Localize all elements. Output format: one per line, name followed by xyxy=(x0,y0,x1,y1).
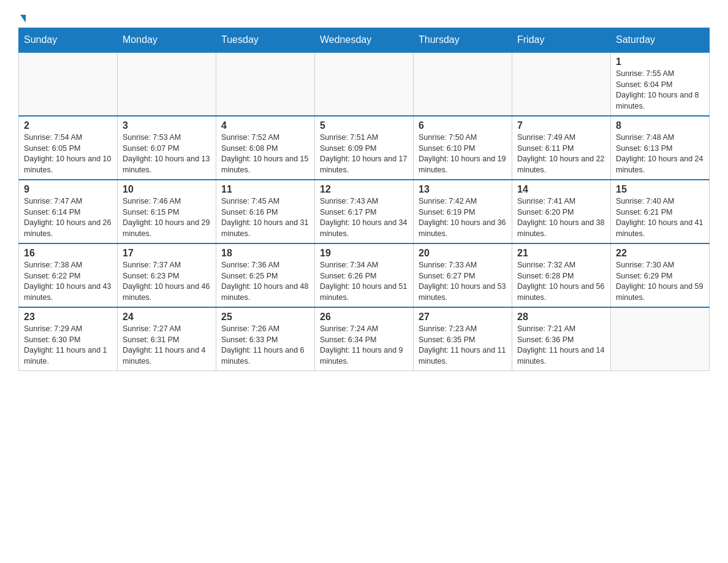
sunrise-label: Sunrise: 7:51 AM xyxy=(320,133,378,142)
calendar-table: SundayMondayTuesdayWednesdayThursdayFrid… xyxy=(18,28,710,371)
day-number: 2 xyxy=(24,120,112,131)
day-number: 26 xyxy=(320,312,408,323)
day-number: 21 xyxy=(517,248,605,259)
day-number: 7 xyxy=(517,120,605,131)
day-info: Sunrise: 7:21 AM Sunset: 6:36 PM Dayligh… xyxy=(517,324,605,367)
sunset-label: Sunset: 6:28 PM xyxy=(517,272,574,280)
sunset-label: Sunset: 6:15 PM xyxy=(123,208,179,216)
sunset-label: Sunset: 6:20 PM xyxy=(517,208,574,216)
sunrise-label: Sunrise: 7:21 AM xyxy=(517,324,575,333)
sunset-label: Sunset: 6:25 PM xyxy=(221,272,278,280)
calendar-day-cell xyxy=(216,52,315,116)
day-of-week-header: Friday xyxy=(512,28,611,53)
calendar-week-row: 1 Sunrise: 7:55 AM Sunset: 6:04 PM Dayli… xyxy=(19,52,710,116)
sunrise-label: Sunrise: 7:54 AM xyxy=(24,133,82,142)
day-info: Sunrise: 7:42 AM Sunset: 6:19 PM Dayligh… xyxy=(419,196,507,239)
day-info: Sunrise: 7:43 AM Sunset: 6:17 PM Dayligh… xyxy=(320,196,408,239)
daylight-label: Daylight: 10 hours and 17 minutes. xyxy=(320,155,407,174)
day-info: Sunrise: 7:36 AM Sunset: 6:25 PM Dayligh… xyxy=(221,260,309,303)
daylight-label: Daylight: 10 hours and 46 minutes. xyxy=(123,282,210,302)
sunrise-label: Sunrise: 7:40 AM xyxy=(616,197,674,205)
day-number: 28 xyxy=(517,312,605,323)
day-number: 14 xyxy=(517,184,605,195)
day-info: Sunrise: 7:49 AM Sunset: 6:11 PM Dayligh… xyxy=(517,132,605,175)
calendar-day-cell: 2 Sunrise: 7:54 AM Sunset: 6:05 PM Dayli… xyxy=(19,116,118,180)
day-number: 18 xyxy=(221,248,309,259)
calendar-day-cell: 16 Sunrise: 7:38 AM Sunset: 6:22 PM Dayl… xyxy=(19,243,118,307)
sunrise-label: Sunrise: 7:34 AM xyxy=(320,261,378,269)
sunset-label: Sunset: 6:17 PM xyxy=(320,208,376,216)
sunset-label: Sunset: 6:29 PM xyxy=(616,272,672,280)
day-info: Sunrise: 7:23 AM Sunset: 6:35 PM Dayligh… xyxy=(419,324,507,367)
calendar-day-cell: 21 Sunrise: 7:32 AM Sunset: 6:28 PM Dayl… xyxy=(512,243,611,307)
daylight-label: Daylight: 10 hours and 36 minutes. xyxy=(419,218,506,238)
day-info: Sunrise: 7:54 AM Sunset: 6:05 PM Dayligh… xyxy=(24,132,112,175)
sunrise-label: Sunrise: 7:49 AM xyxy=(517,133,575,142)
daylight-label: Daylight: 10 hours and 53 minutes. xyxy=(419,282,506,302)
day-info: Sunrise: 7:37 AM Sunset: 6:23 PM Dayligh… xyxy=(123,260,211,303)
day-info: Sunrise: 7:47 AM Sunset: 6:14 PM Dayligh… xyxy=(24,196,112,239)
day-number: 19 xyxy=(320,248,408,259)
calendar-day-cell xyxy=(315,52,414,116)
day-info: Sunrise: 7:32 AM Sunset: 6:28 PM Dayligh… xyxy=(517,260,605,303)
daylight-label: Daylight: 10 hours and 31 minutes. xyxy=(221,218,308,238)
calendar-day-cell xyxy=(512,52,611,116)
day-number: 23 xyxy=(24,312,112,323)
day-number: 15 xyxy=(616,184,704,195)
day-info: Sunrise: 7:46 AM Sunset: 6:15 PM Dayligh… xyxy=(123,196,211,239)
calendar-day-cell xyxy=(118,52,216,116)
calendar-week-row: 16 Sunrise: 7:38 AM Sunset: 6:22 PM Dayl… xyxy=(19,243,710,307)
day-number: 3 xyxy=(123,120,211,131)
sunrise-label: Sunrise: 7:36 AM xyxy=(221,261,279,269)
sunset-label: Sunset: 6:16 PM xyxy=(221,208,278,216)
sunset-label: Sunset: 6:27 PM xyxy=(419,272,475,280)
calendar-day-cell: 7 Sunrise: 7:49 AM Sunset: 6:11 PM Dayli… xyxy=(512,116,611,180)
sunrise-label: Sunrise: 7:29 AM xyxy=(24,324,82,333)
day-number: 10 xyxy=(123,184,211,195)
day-of-week-header: Wednesday xyxy=(315,28,414,53)
daylight-label: Daylight: 10 hours and 41 minutes. xyxy=(616,218,703,238)
daylight-label: Daylight: 10 hours and 56 minutes. xyxy=(517,282,604,302)
sunset-label: Sunset: 6:19 PM xyxy=(419,208,475,216)
calendar-day-cell: 6 Sunrise: 7:50 AM Sunset: 6:10 PM Dayli… xyxy=(414,116,512,180)
sunset-label: Sunset: 6:21 PM xyxy=(616,208,672,216)
calendar-day-cell: 27 Sunrise: 7:23 AM Sunset: 6:35 PM Dayl… xyxy=(414,307,512,371)
calendar-week-row: 2 Sunrise: 7:54 AM Sunset: 6:05 PM Dayli… xyxy=(19,116,710,180)
sunrise-label: Sunrise: 7:48 AM xyxy=(616,133,674,142)
sunrise-label: Sunrise: 7:37 AM xyxy=(123,261,181,269)
sunset-label: Sunset: 6:13 PM xyxy=(616,144,672,153)
day-number: 25 xyxy=(221,312,309,323)
day-number: 1 xyxy=(616,56,704,67)
day-info: Sunrise: 7:53 AM Sunset: 6:07 PM Dayligh… xyxy=(123,132,211,175)
sunset-label: Sunset: 6:34 PM xyxy=(320,335,376,344)
day-info: Sunrise: 7:34 AM Sunset: 6:26 PM Dayligh… xyxy=(320,260,408,303)
sunrise-label: Sunrise: 7:23 AM xyxy=(419,324,477,333)
sunset-label: Sunset: 6:35 PM xyxy=(419,335,475,344)
day-info: Sunrise: 7:52 AM Sunset: 6:08 PM Dayligh… xyxy=(221,132,309,175)
sunrise-label: Sunrise: 7:32 AM xyxy=(517,261,575,269)
day-number: 27 xyxy=(419,312,507,323)
calendar-day-cell: 3 Sunrise: 7:53 AM Sunset: 6:07 PM Dayli… xyxy=(118,116,216,180)
sunrise-label: Sunrise: 7:42 AM xyxy=(419,197,477,205)
sunset-label: Sunset: 6:36 PM xyxy=(517,335,574,344)
day-number: 4 xyxy=(221,120,309,131)
daylight-label: Daylight: 10 hours and 22 minutes. xyxy=(517,155,604,174)
day-number: 5 xyxy=(320,120,408,131)
calendar-day-cell: 1 Sunrise: 7:55 AM Sunset: 6:04 PM Dayli… xyxy=(611,52,710,116)
calendar-day-cell: 12 Sunrise: 7:43 AM Sunset: 6:17 PM Dayl… xyxy=(315,180,414,243)
sunrise-label: Sunrise: 7:52 AM xyxy=(221,133,279,142)
day-of-week-header: Sunday xyxy=(19,28,118,53)
calendar-day-cell: 5 Sunrise: 7:51 AM Sunset: 6:09 PM Dayli… xyxy=(315,116,414,180)
sunrise-label: Sunrise: 7:43 AM xyxy=(320,197,378,205)
daylight-label: Daylight: 10 hours and 59 minutes. xyxy=(616,282,703,302)
day-number: 22 xyxy=(616,248,704,259)
day-of-week-header: Thursday xyxy=(414,28,512,53)
day-of-week-header: Saturday xyxy=(611,28,710,53)
calendar-day-cell: 8 Sunrise: 7:48 AM Sunset: 6:13 PM Dayli… xyxy=(611,116,710,180)
calendar-body: 1 Sunrise: 7:55 AM Sunset: 6:04 PM Dayli… xyxy=(19,52,710,371)
sunset-label: Sunset: 6:14 PM xyxy=(24,208,80,216)
day-number: 8 xyxy=(616,120,704,131)
calendar-day-cell: 15 Sunrise: 7:40 AM Sunset: 6:21 PM Dayl… xyxy=(611,180,710,243)
logo xyxy=(18,12,26,21)
calendar-day-cell: 17 Sunrise: 7:37 AM Sunset: 6:23 PM Dayl… xyxy=(118,243,216,307)
